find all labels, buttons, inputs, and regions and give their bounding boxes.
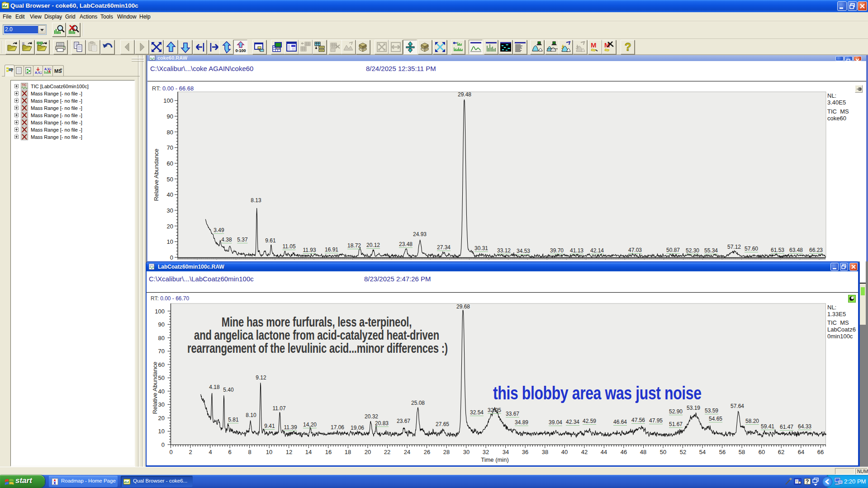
svg-text:?: ? (625, 41, 631, 53)
svg-text:TIC: TIC (22, 83, 27, 86)
svg-text:M: M (591, 41, 597, 49)
svg-text:n: n (60, 67, 62, 71)
svg-text:?: ? (10, 67, 13, 73)
svg-text:A,V,Z: A,V,Z (35, 71, 42, 74)
svg-text:A,V,Z: A,V,Z (44, 67, 51, 71)
svg-text:?: ? (806, 479, 809, 485)
svg-text:0-100: 0-100 (235, 48, 246, 53)
